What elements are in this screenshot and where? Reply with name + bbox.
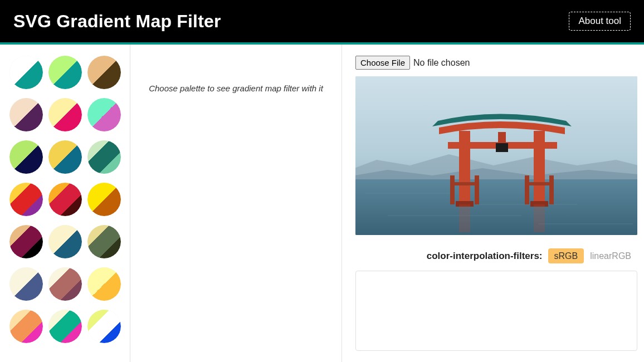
palette-swatch[interactable] [48, 140, 82, 174]
palette-swatch[interactable] [48, 310, 82, 343]
palette-swatch[interactable] [87, 98, 121, 131]
svg-point-13 [48, 225, 82, 258]
svg-rect-35 [475, 175, 479, 204]
svg-point-8 [87, 140, 121, 174]
svg-rect-29 [496, 143, 508, 152]
main: Choose palette to see gradient map filte… [0, 45, 644, 362]
file-picker-row: Choose File No file chosen [355, 56, 637, 70]
svg-point-18 [9, 310, 43, 343]
svg-rect-41 [534, 204, 545, 232]
palette-swatch[interactable] [87, 310, 121, 343]
svg-point-5 [87, 98, 121, 131]
palette-swatch[interactable] [87, 140, 121, 174]
palette-swatch[interactable] [9, 56, 43, 89]
svg-rect-28 [498, 132, 506, 143]
palette-swatch[interactable] [9, 310, 43, 343]
palette-swatch[interactable] [87, 56, 121, 89]
svg-rect-22 [355, 179, 637, 235]
choose-file-button[interactable]: Choose File [355, 56, 410, 70]
svg-point-14 [87, 225, 121, 258]
svg-point-7 [48, 140, 82, 174]
preview-panel: Choose File No file chosen [342, 45, 644, 362]
output-box [355, 271, 637, 351]
interp-option-sRGB[interactable]: sRGB [548, 248, 584, 263]
palette-swatch[interactable] [9, 225, 43, 258]
svg-rect-39 [525, 182, 554, 185]
svg-point-0 [9, 56, 43, 89]
about-button[interactable]: About tool [569, 12, 631, 31]
color-interpolation-label: color-interpolation-filters: [427, 251, 543, 262]
preview-image [355, 76, 637, 235]
svg-point-11 [87, 183, 121, 216]
svg-rect-37 [549, 175, 554, 204]
interp-option-linearRGB[interactable]: linearRGB [584, 248, 637, 263]
svg-point-2 [87, 56, 121, 89]
svg-point-20 [87, 310, 121, 343]
svg-point-1 [48, 56, 82, 89]
file-status: No file chosen [413, 58, 470, 68]
palette-swatch[interactable] [48, 183, 82, 216]
svg-point-17 [87, 267, 121, 301]
palette-swatch[interactable] [48, 267, 82, 301]
svg-point-19 [48, 310, 82, 343]
svg-rect-30 [459, 131, 470, 204]
page-title: SVG Gradient Map Filter [13, 11, 221, 32]
svg-point-3 [9, 98, 43, 131]
palette-sidebar [0, 45, 130, 362]
svg-rect-34 [450, 175, 455, 204]
svg-rect-40 [459, 204, 470, 232]
svg-point-16 [48, 267, 82, 301]
svg-point-4 [48, 98, 82, 131]
svg-point-10 [48, 183, 82, 216]
svg-rect-36 [525, 175, 529, 204]
header: SVG Gradient Map Filter About tool [0, 0, 644, 45]
svg-rect-38 [450, 182, 479, 185]
placeholder-text: Choose palette to see gradient map filte… [142, 84, 330, 93]
palette-swatch[interactable] [87, 225, 121, 258]
code-panel: Choose palette to see gradient map filte… [130, 45, 342, 362]
svg-point-6 [9, 140, 43, 174]
palette-swatch[interactable] [48, 98, 82, 131]
palette-grid [6, 56, 124, 343]
palette-swatch[interactable] [87, 267, 121, 301]
svg-point-9 [9, 183, 43, 216]
palette-swatch[interactable] [9, 140, 43, 174]
palette-swatch[interactable] [48, 225, 82, 258]
palette-swatch[interactable] [87, 183, 121, 216]
svg-rect-31 [534, 131, 545, 204]
palette-swatch[interactable] [48, 56, 82, 89]
palette-swatch[interactable] [9, 183, 43, 216]
svg-point-12 [9, 225, 43, 258]
svg-point-15 [9, 267, 43, 301]
palette-swatch[interactable] [9, 267, 43, 301]
palette-swatch[interactable] [9, 98, 43, 131]
color-interpolation-row: color-interpolation-filters: sRGBlinearR… [355, 251, 637, 262]
